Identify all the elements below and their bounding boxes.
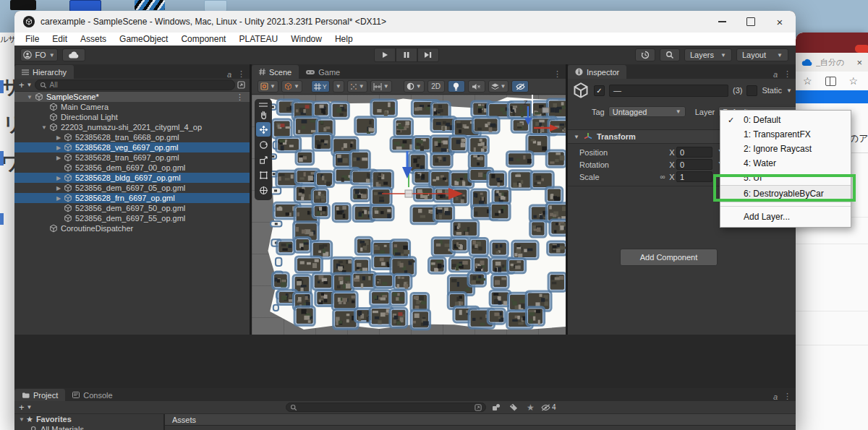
tab-scene[interactable]: Scene [252,65,299,79]
expand-arrow-icon[interactable]: ▶ [54,185,64,192]
overlay-handle[interactable] [259,103,268,104]
lock-icon[interactable]: a [773,392,778,401]
draw-mode-button[interactable]: ▼ [258,80,278,93]
menu-item[interactable]: Window [284,34,328,44]
axis-x-input[interactable]: 0 [676,147,712,158]
menu-item[interactable]: PLATEAU [232,34,284,44]
expand-arrow-icon[interactable]: ▶ [54,155,64,161]
minimize-button[interactable] [707,11,736,33]
create-asset-caret[interactable]: ▼ [27,404,33,410]
favorites-header[interactable]: ▼★ Favorites [14,414,163,424]
axis-x-input[interactable]: 1 [676,171,712,182]
maximize-button[interactable] [736,11,765,33]
scene-visibility-button[interactable] [511,80,529,93]
layer-option[interactable]: 4: Water [720,156,851,171]
panel-menu-icon[interactable]: ⋮ [237,69,245,79]
split-screen-icon[interactable] [825,77,836,86]
lock-icon[interactable]: a [227,70,231,79]
collections-star-icon[interactable]: ☆ [849,75,859,87]
transform-tool[interactable] [256,183,271,197]
layer-option[interactable]: 1: TransparentFX [720,127,851,142]
tab-inspector[interactable]: Inspector [568,65,626,79]
browser-tab-close-icon[interactable]: × [856,57,862,68]
item-menu-icon[interactable]: ⋮ [236,93,250,102]
audio-mute-button[interactable] [468,80,485,93]
hierarchy-item[interactable]: CoroutineDispatcher [14,223,250,233]
shading-mode-button[interactable]: ▼ [404,80,425,93]
scene-viewport[interactable]: ZX [252,95,566,335]
favorites-star-icon[interactable]: ☆ [803,75,812,87]
pause-button[interactable] [396,48,417,62]
label-filter-icon[interactable] [509,403,518,411]
object-name-field[interactable]: — [609,85,728,97]
favorites-star-icon[interactable]: ★ [527,403,535,413]
increment-snap-button[interactable]: ▼ [370,80,392,93]
close-button[interactable]: × [765,11,794,33]
panel-menu-icon[interactable]: ⋮ [783,69,791,79]
static-caret[interactable]: ▼ [786,87,792,94]
layer-option[interactable]: Add Layer... [720,206,851,225]
tag-dropdown[interactable]: Untagged▼ [608,106,686,117]
menu-item[interactable]: Edit [46,34,74,44]
panel-menu-icon[interactable]: ⋮ [553,69,561,79]
grid-axis-caret[interactable]: ▼ [333,80,344,93]
hierarchy-item[interactable]: 523856_dem_6697_50_op.gml [14,203,250,213]
favorites-item[interactable]: All Materials [14,424,163,430]
hierarchy-item[interactable]: ▼ 22203_numazu-shi_2021_citygml_4_op [14,122,250,132]
add-object-button[interactable]: + [19,80,25,90]
play-button[interactable] [374,48,396,62]
active-checkbox[interactable]: ✓ [594,85,605,96]
search-in-window-icon[interactable] [475,404,482,411]
menu-item[interactable]: GameObject [113,34,174,44]
add-object-caret[interactable]: ▼ [27,82,33,88]
menu-item[interactable]: File [19,34,46,44]
gizmo-mode-button[interactable]: ▼ [281,80,302,93]
tab-console[interactable]: Console [65,389,119,401]
expand-arrow-icon[interactable]: ▶ [54,145,64,151]
assets-breadcrumb[interactable]: Assets [165,414,796,426]
static-checkbox[interactable] [746,85,757,96]
scale-tool[interactable] [256,152,271,167]
hierarchy-item[interactable]: 523856_dem_6697_00_op.gml [14,163,250,173]
title-bar[interactable]: carexample - SampleScene - Windows, Mac,… [14,11,796,33]
layer-option[interactable]: 2: Ignore Raycast [720,142,851,156]
menu-item[interactable]: Assets [74,34,113,44]
layer-option[interactable]: ✓ 0: Default [720,113,851,127]
rotate-tool[interactable] [256,137,271,152]
lighting-toggle-button[interactable] [448,80,465,93]
account-button[interactable]: FO▼ [20,48,58,61]
component-fold-arrow[interactable]: ▼ [574,134,579,140]
menu-item[interactable]: Component [174,34,232,44]
expand-arrow-icon[interactable]: ▶ [54,175,64,181]
create-asset-button[interactable]: + [19,403,25,412]
project-search-input[interactable] [286,403,486,412]
effects-button[interactable]: ▼ [488,80,509,93]
hierarchy-item[interactable]: ▶ 52385628_frn_6697_op.gml [14,193,250,203]
hierarchy-search-input[interactable]: All [35,79,235,90]
desktop-icon-app2[interactable] [69,0,101,12]
hierarchy-item[interactable]: ▶ 52385628_veg_6697_op.gml [14,142,250,152]
grid-snap-button[interactable]: ▼ [347,80,367,93]
layout-dropdown[interactable]: Layout▼ [736,48,788,61]
layers-dropdown[interactable]: Layers▼ [684,48,732,61]
desktop-icon-unity[interactable] [10,0,36,10]
expand-arrow-icon[interactable]: ▶ [54,195,64,202]
grid-axis-button[interactable]: Y [311,80,330,93]
panel-menu-icon[interactable]: ⋮ [783,392,791,401]
hierarchy-item[interactable]: ▶ 523856_dem_6697_05_op.gml [14,183,250,193]
2d-toggle-button[interactable]: 2D [427,80,445,93]
search-button[interactable] [660,48,680,61]
tab-project[interactable]: Project [14,389,65,401]
add-component-button[interactable]: Add Component [620,249,718,266]
hidden-count-toggle[interactable]: 4 [541,403,556,411]
type-filter-icon[interactable] [492,403,501,411]
pick-window-icon[interactable] [237,81,245,89]
lock-icon[interactable]: a [773,70,778,79]
cloud-button[interactable] [62,48,85,61]
browser-tab[interactable]: _自分の × [796,53,868,72]
move-tool[interactable] [256,122,271,137]
hierarchy-item[interactable]: ▼ SampleScene* ⋮ [14,92,250,102]
hierarchy-item[interactable]: ▶ 52385628_bldg_6697_op.gml [14,173,250,183]
hierarchy-item[interactable]: Directional Light [14,112,250,122]
step-button[interactable] [417,48,439,62]
